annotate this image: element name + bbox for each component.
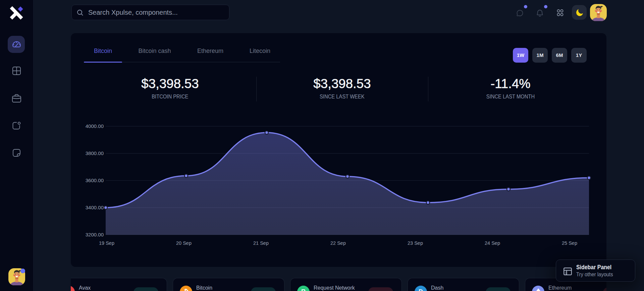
svg-text:3400.00: 3400.00 xyxy=(86,205,104,210)
svg-text:4000.00: 4000.00 xyxy=(86,123,104,129)
svg-text:22 Sep: 22 Sep xyxy=(330,240,346,246)
svg-text:23 Sep: 23 Sep xyxy=(408,240,423,246)
svg-text:21 Sep: 21 Sep xyxy=(253,240,269,246)
svg-text:25 Sep: 25 Sep xyxy=(562,240,577,246)
svg-text:24 Sep: 24 Sep xyxy=(485,240,500,246)
svg-text:3200.00: 3200.00 xyxy=(86,232,104,237)
svg-text:19 Sep: 19 Sep xyxy=(99,240,114,246)
svg-text:20 Sep: 20 Sep xyxy=(176,240,192,246)
svg-text:3800.00: 3800.00 xyxy=(86,150,104,156)
svg-text:3600.00: 3600.00 xyxy=(86,177,104,183)
